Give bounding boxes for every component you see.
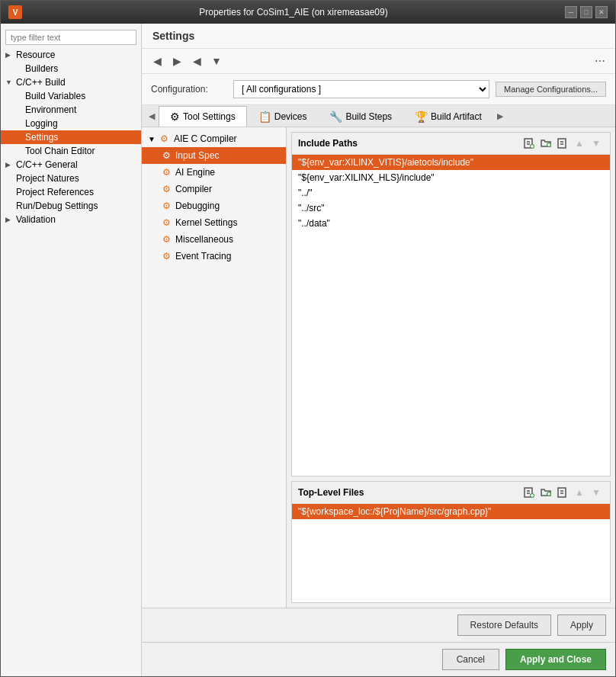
move-down-button[interactable]: ▼ (589, 136, 604, 151)
include-paths-list: "${env_var:XILINX_VITIS}/aietools/includ… (292, 155, 610, 476)
compiler-item-event-tracing[interactable]: ⚙ Event Tracing (142, 248, 286, 265)
sidebar-item-label: Environment (25, 104, 76, 115)
sidebar-item-validation[interactable]: ▶ Validation (1, 213, 141, 226)
compiler-item-label: Event Tracing (175, 251, 231, 261)
compiler-item-icon: ⚙ (160, 183, 172, 195)
compiler-tree: ▼ ⚙ AIE C Compiler ⚙ Input Spec ⚙ AI Eng… (142, 127, 287, 608)
dropdown-icon[interactable]: ▼ (209, 53, 224, 69)
close-button[interactable]: ✕ (595, 6, 608, 18)
app-logo: V (8, 5, 22, 19)
include-path-item[interactable]: "../src" (292, 201, 610, 216)
restore-apply-row: Restore Defaults Apply (142, 608, 615, 642)
compiler-item-label: AI Engine (175, 167, 215, 178)
apply-and-close-button[interactable]: Apply and Close (505, 649, 606, 670)
cancel-button[interactable]: Cancel (442, 649, 499, 670)
tabs-bar: ◀ ⚙ Tool Settings 📋 Devices 🔧 Build Step… (142, 105, 615, 127)
compiler-item-debugging[interactable]: ⚙ Debugging (142, 197, 286, 214)
sidebar-item-builders[interactable]: Builders (1, 62, 141, 75)
svg-rect-9 (558, 139, 566, 148)
tab-build-artifact[interactable]: 🏆 Build Artifact (403, 106, 493, 127)
more-icon[interactable]: ⋯ (592, 53, 608, 69)
include-path-item[interactable]: "../data" (292, 216, 610, 231)
move-down-button[interactable]: ▼ (589, 485, 604, 500)
window-controls: ─ □ ✕ (565, 6, 608, 18)
sidebar-item-run-debug-settings[interactable]: Run/Debug Settings (1, 199, 141, 213)
sidebar-item-label: Run/Debug Settings (16, 201, 98, 211)
compiler-item-compiler[interactable]: ⚙ Compiler (142, 181, 286, 197)
sidebar-item-tool-chain-editor[interactable]: Tool Chain Editor (1, 144, 141, 158)
compiler-item-label: Compiler (175, 184, 212, 194)
edit-button[interactable] (555, 485, 570, 500)
compiler-parent-item[interactable]: ▼ ⚙ AIE C Compiler (142, 130, 286, 147)
compiler-item-label: Input Spec (175, 150, 219, 161)
arrow-icon: ▼ (5, 79, 13, 86)
sidebar-item-cpp-build[interactable]: ▼ C/C++ Build (1, 75, 141, 89)
add-folder-button[interactable] (538, 136, 553, 151)
tab-label: Devices (274, 111, 307, 122)
compiler-item-icon: ⚙ (160, 217, 172, 229)
prev-page-icon[interactable]: ◀ (189, 53, 204, 69)
filter-box (5, 30, 136, 45)
top-level-files-tools: ▲ ▼ (521, 485, 604, 500)
maximize-button[interactable]: □ (580, 6, 592, 18)
sidebar-item-project-references[interactable]: Project References (1, 185, 141, 199)
config-select[interactable]: [ All configurations ] (233, 80, 489, 98)
apply-button[interactable]: Apply (557, 614, 606, 636)
sidebar-item-environment[interactable]: Environment (1, 103, 141, 117)
include-path-item[interactable]: "${env_var:XILINX_HLS}/include" (292, 170, 610, 185)
include-path-item[interactable]: "${env_var:XILINX_VITIS}/aietools/includ… (292, 155, 610, 170)
move-up-button[interactable]: ▲ (572, 136, 587, 151)
compiler-item-label: Kernel Settings (175, 217, 237, 228)
compiler-parent-label: AIE C Compiler (174, 133, 237, 144)
sidebar-item-label: Settings (25, 132, 58, 143)
settings-title: Settings (152, 30, 194, 42)
compiler-item-label: Miscellaneous (175, 234, 233, 245)
tab-label: Tool Settings (183, 111, 236, 122)
edit-button[interactable] (555, 136, 570, 151)
action-buttons-row: Cancel Apply and Close (142, 642, 615, 676)
sidebar-item-label: Project References (16, 187, 94, 197)
top-level-files-list: "${workspace_loc:/${ProjName}/src/graph.… (292, 504, 610, 602)
compiler-item-kernel-settings[interactable]: ⚙ Kernel Settings (142, 214, 286, 231)
build-artifact-icon: 🏆 (415, 111, 428, 123)
add-file-button[interactable] (521, 136, 537, 151)
sidebar-item-build-variables[interactable]: Build Variables (1, 89, 141, 103)
sidebar-item-settings[interactable]: Settings (1, 130, 141, 144)
sidebar-item-label: Validation (16, 214, 56, 225)
sidebar-item-label: C/C++ Build (16, 77, 66, 88)
back-icon[interactable]: ◀ (149, 53, 165, 69)
config-row: Configuration: [ All configurations ] Ma… (142, 74, 615, 105)
compiler-item-ai-engine[interactable]: ⚙ AI Engine (142, 164, 286, 181)
tab-scroll-left[interactable]: ◀ (145, 105, 159, 127)
move-up-button[interactable]: ▲ (572, 485, 587, 500)
add-file-button[interactable] (521, 485, 537, 500)
main-window: V Properties for CoSim1_AIE (on xiremeas… (0, 0, 616, 677)
build-steps-icon: 🔧 (329, 111, 342, 123)
sidebar-item-project-natures[interactable]: Project Natures (1, 172, 141, 185)
arrow-icon: ▶ (5, 51, 13, 59)
compiler-item-input-spec[interactable]: ⚙ Input Spec (142, 147, 286, 164)
sidebar-item-logging[interactable]: Logging (1, 117, 141, 130)
filter-input[interactable] (5, 30, 136, 45)
tab-overflow-button[interactable]: ▶ (493, 105, 507, 127)
sidebar-item-resource[interactable]: ▶ Resource (1, 48, 141, 62)
tab-devices[interactable]: 📋 Devices (247, 106, 319, 127)
tab-tool-settings[interactable]: ⚙ Tool Settings (159, 106, 247, 127)
settings-header: Settings (142, 24, 615, 49)
include-paths-section: Include Paths (291, 132, 611, 476)
compiler-item-miscellaneous[interactable]: ⚙ Miscellaneous (142, 231, 286, 248)
restore-defaults-button[interactable]: Restore Defaults (457, 614, 551, 636)
devices-icon: 📋 (258, 111, 271, 123)
sidebar-item-cpp-general[interactable]: ▶ C/C++ General (1, 158, 141, 172)
top-level-file-item[interactable]: "${workspace_loc:/${ProjName}/src/graph.… (292, 504, 610, 519)
tab-build-steps[interactable]: 🔧 Build Steps (318, 106, 403, 127)
sidebar-item-label: C/C++ General (16, 159, 78, 170)
config-label: Configuration: (151, 84, 227, 95)
include-path-item[interactable]: "../" (292, 185, 610, 201)
sidebar-item-label: Project Natures (16, 173, 79, 184)
minimize-button[interactable]: ─ (565, 6, 577, 18)
tool-settings-icon: ⚙ (170, 111, 180, 123)
add-folder-button[interactable] (538, 485, 553, 500)
manage-configurations-button[interactable]: Manage Configurations... (496, 82, 606, 97)
forward-icon[interactable]: ▶ (169, 53, 184, 69)
